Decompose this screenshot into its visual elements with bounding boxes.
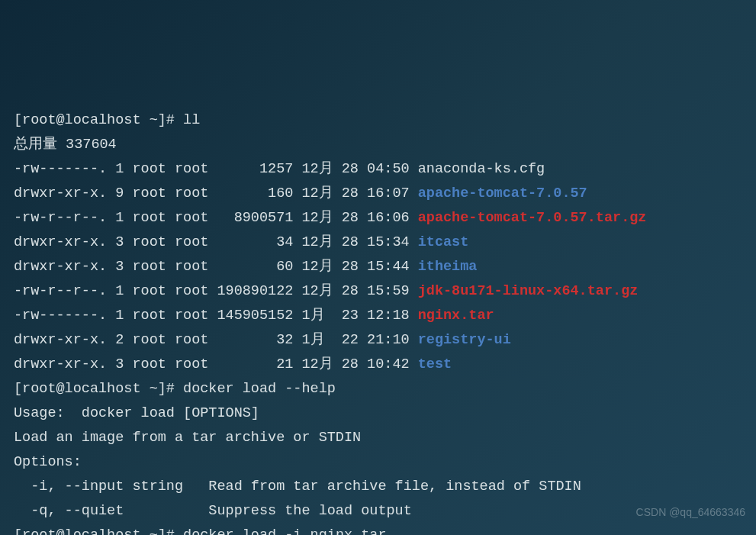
file-row: drwxr-xr-x. 9 root root 160 12月 28 16:07…	[14, 182, 742, 206]
file-row: -rw-r--r--. 1 root root 8900571 12月 28 1…	[14, 206, 742, 230]
options-header: Options:	[14, 450, 742, 475]
command: ll	[183, 112, 200, 128]
file-row: drwxr-xr-x. 3 root root 60 12月 28 15:44 …	[14, 255, 742, 279]
file-row: drwxr-xr-x. 3 root root 21 12月 28 10:42 …	[14, 353, 742, 377]
cmd-line-2: [root@localhost ~]# docker load --help	[14, 377, 742, 401]
prompt: [root@localhost ~]#	[14, 112, 183, 128]
file-name: jdk-8u171-linux-x64.tar.gz	[418, 283, 639, 299]
option-line: -i, --input string Read from tar archive…	[14, 475, 742, 499]
description-line: Load an image from a tar archive or STDI…	[14, 426, 742, 450]
cmd-line-3: [root@localhost ~]# docker load -i nginx…	[14, 524, 742, 535]
prompt: [root@localhost ~]#	[14, 527, 183, 535]
file-name: itheima	[418, 259, 478, 275]
file-name: apache-tomcat-7.0.57.tar.gz	[418, 210, 647, 226]
file-row: -rw-------. 1 root root 1257 12月 28 04:5…	[14, 157, 742, 182]
file-name: anaconda-ks.cfg	[418, 161, 545, 177]
file-row: -rw-------. 1 root root 145905152 1月 23 …	[14, 304, 742, 328]
cmd-line-1: [root@localhost ~]# ll	[14, 108, 742, 133]
file-name: itcast	[418, 234, 469, 250]
command: docker load -i nginx.tar	[183, 527, 386, 535]
prompt: [root@localhost ~]#	[14, 381, 183, 397]
usage-line: Usage: docker load [OPTIONS]	[14, 401, 742, 426]
option-line: -q, --quiet Suppress the load output	[14, 499, 742, 524]
terminal-output[interactable]: [root@localhost ~]# ll总用量 337604-rw-----…	[14, 108, 742, 535]
file-name: apache-tomcat-7.0.57	[418, 185, 587, 201]
command: docker load --help	[183, 381, 336, 397]
file-row: drwxr-xr-x. 2 root root 32 1月 22 21:10 r…	[14, 328, 742, 353]
file-row: -rw-r--r--. 1 root root 190890122 12月 28…	[14, 279, 742, 304]
file-row: drwxr-xr-x. 3 root root 34 12月 28 15:34 …	[14, 230, 742, 255]
file-name: nginx.tar	[418, 308, 494, 324]
total-line: 总用量 337604	[14, 133, 742, 157]
file-name: registry-ui	[418, 332, 511, 348]
file-name: test	[418, 356, 452, 372]
watermark: CSDN @qq_64663346	[636, 500, 745, 524]
